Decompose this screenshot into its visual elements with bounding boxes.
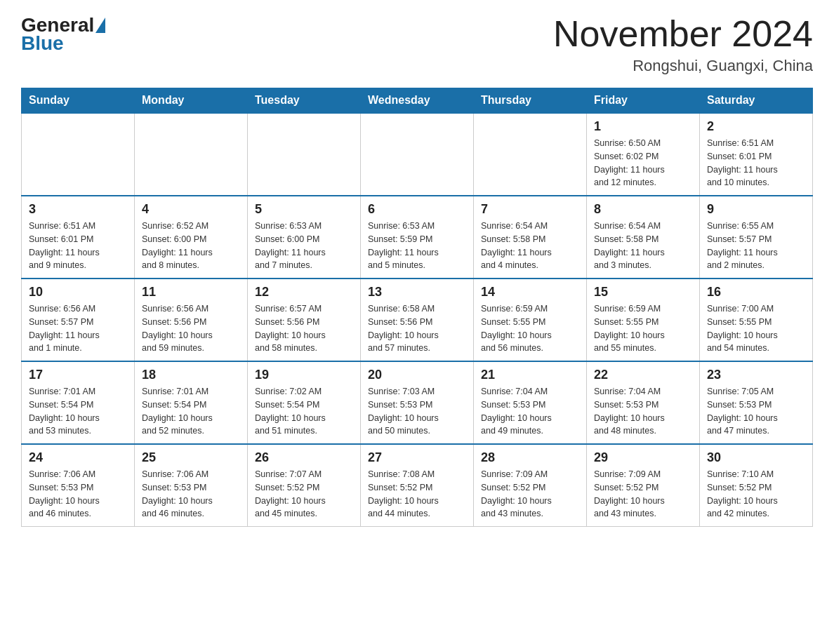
calendar-cell: 23Sunrise: 7:05 AM Sunset: 5:53 PM Dayli… xyxy=(700,361,813,444)
col-header-wednesday: Wednesday xyxy=(361,88,474,114)
day-number: 3 xyxy=(29,202,127,217)
col-header-friday: Friday xyxy=(587,88,700,114)
day-info: Sunrise: 6:54 AM Sunset: 5:58 PM Dayligh… xyxy=(481,220,579,272)
calendar-cell: 18Sunrise: 7:01 AM Sunset: 5:54 PM Dayli… xyxy=(135,361,248,444)
calendar-cell: 29Sunrise: 7:09 AM Sunset: 5:52 PM Dayli… xyxy=(587,444,700,527)
calendar-cell: 26Sunrise: 7:07 AM Sunset: 5:52 PM Dayli… xyxy=(248,444,361,527)
calendar-cell: 13Sunrise: 6:58 AM Sunset: 5:56 PM Dayli… xyxy=(361,279,474,361)
calendar-cell: 3Sunrise: 6:51 AM Sunset: 6:01 PM Daylig… xyxy=(22,196,135,279)
day-number: 21 xyxy=(481,368,579,382)
day-number: 23 xyxy=(707,368,805,382)
day-number: 20 xyxy=(368,368,466,382)
week-row-4: 17Sunrise: 7:01 AM Sunset: 5:54 PM Dayli… xyxy=(22,361,813,444)
calendar-cell: 12Sunrise: 6:57 AM Sunset: 5:56 PM Dayli… xyxy=(248,279,361,361)
day-number: 8 xyxy=(594,202,692,217)
day-number: 29 xyxy=(594,450,692,465)
header-row: SundayMondayTuesdayWednesdayThursdayFrid… xyxy=(22,88,813,114)
calendar-cell: 15Sunrise: 6:59 AM Sunset: 5:55 PM Dayli… xyxy=(587,279,700,361)
calendar-cell: 2Sunrise: 6:51 AM Sunset: 6:01 PM Daylig… xyxy=(700,113,813,196)
day-info: Sunrise: 7:03 AM Sunset: 5:53 PM Dayligh… xyxy=(368,385,466,438)
calendar-cell: 20Sunrise: 7:03 AM Sunset: 5:53 PM Dayli… xyxy=(361,361,474,444)
calendar-cell: 19Sunrise: 7:02 AM Sunset: 5:54 PM Dayli… xyxy=(248,361,361,444)
day-info: Sunrise: 7:01 AM Sunset: 5:54 PM Dayligh… xyxy=(29,385,127,438)
logo-triangle-icon xyxy=(95,18,105,33)
day-number: 14 xyxy=(481,285,579,300)
calendar-cell: 10Sunrise: 6:56 AM Sunset: 5:57 PM Dayli… xyxy=(22,279,135,361)
week-row-2: 3Sunrise: 6:51 AM Sunset: 6:01 PM Daylig… xyxy=(22,196,813,279)
day-info: Sunrise: 7:07 AM Sunset: 5:52 PM Dayligh… xyxy=(255,468,353,521)
day-number: 18 xyxy=(142,368,240,382)
calendar-cell: 24Sunrise: 7:06 AM Sunset: 5:53 PM Dayli… xyxy=(22,444,135,527)
calendar-cell xyxy=(361,113,474,196)
day-info: Sunrise: 7:10 AM Sunset: 5:52 PM Dayligh… xyxy=(707,468,805,521)
day-info: Sunrise: 6:56 AM Sunset: 5:56 PM Dayligh… xyxy=(142,302,240,355)
logo-blue-text: Blue xyxy=(21,32,64,54)
calendar-cell: 4Sunrise: 6:52 AM Sunset: 6:00 PM Daylig… xyxy=(135,196,248,279)
calendar-cell: 6Sunrise: 6:53 AM Sunset: 5:59 PM Daylig… xyxy=(361,196,474,279)
week-row-3: 10Sunrise: 6:56 AM Sunset: 5:57 PM Dayli… xyxy=(22,279,813,361)
day-info: Sunrise: 7:04 AM Sunset: 5:53 PM Dayligh… xyxy=(594,385,692,438)
calendar-cell: 30Sunrise: 7:10 AM Sunset: 5:52 PM Dayli… xyxy=(700,444,813,527)
calendar-cell: 9Sunrise: 6:55 AM Sunset: 5:57 PM Daylig… xyxy=(700,196,813,279)
day-info: Sunrise: 7:04 AM Sunset: 5:53 PM Dayligh… xyxy=(481,385,579,438)
calendar-cell: 14Sunrise: 6:59 AM Sunset: 5:55 PM Dayli… xyxy=(474,279,587,361)
day-number: 10 xyxy=(29,285,127,300)
calendar-cell: 17Sunrise: 7:01 AM Sunset: 5:54 PM Dayli… xyxy=(22,361,135,444)
header: General Blue November 2024 Rongshui, Gua… xyxy=(21,14,813,75)
calendar-subtitle: Rongshui, Guangxi, China xyxy=(553,57,813,75)
day-number: 7 xyxy=(481,202,579,217)
calendar-cell xyxy=(135,113,248,196)
calendar-cell xyxy=(22,113,135,196)
calendar-cell xyxy=(248,113,361,196)
col-header-tuesday: Tuesday xyxy=(248,88,361,114)
calendar-table: SundayMondayTuesdayWednesdayThursdayFrid… xyxy=(21,88,813,527)
logo-area: General Blue xyxy=(21,14,107,55)
col-header-saturday: Saturday xyxy=(700,88,813,114)
day-info: Sunrise: 6:53 AM Sunset: 5:59 PM Dayligh… xyxy=(368,220,466,272)
day-info: Sunrise: 6:55 AM Sunset: 5:57 PM Dayligh… xyxy=(707,220,805,272)
day-number: 4 xyxy=(142,202,240,217)
day-info: Sunrise: 6:51 AM Sunset: 6:01 PM Dayligh… xyxy=(707,137,805,189)
day-number: 16 xyxy=(707,285,805,300)
calendar-cell: 27Sunrise: 7:08 AM Sunset: 5:52 PM Dayli… xyxy=(361,444,474,527)
day-info: Sunrise: 7:06 AM Sunset: 5:53 PM Dayligh… xyxy=(142,468,240,521)
day-info: Sunrise: 7:01 AM Sunset: 5:54 PM Dayligh… xyxy=(142,385,240,438)
calendar-title: November 2024 xyxy=(553,14,813,54)
day-info: Sunrise: 6:52 AM Sunset: 6:00 PM Dayligh… xyxy=(142,220,240,272)
col-header-thursday: Thursday xyxy=(474,88,587,114)
day-number: 11 xyxy=(142,285,240,300)
calendar-cell: 1Sunrise: 6:50 AM Sunset: 6:02 PM Daylig… xyxy=(587,113,700,196)
day-info: Sunrise: 7:09 AM Sunset: 5:52 PM Dayligh… xyxy=(481,468,579,521)
calendar-cell: 25Sunrise: 7:06 AM Sunset: 5:53 PM Dayli… xyxy=(135,444,248,527)
day-info: Sunrise: 7:00 AM Sunset: 5:55 PM Dayligh… xyxy=(707,302,805,355)
calendar-cell: 21Sunrise: 7:04 AM Sunset: 5:53 PM Dayli… xyxy=(474,361,587,444)
day-info: Sunrise: 6:59 AM Sunset: 5:55 PM Dayligh… xyxy=(594,302,692,355)
day-number: 13 xyxy=(368,285,466,300)
calendar-cell: 11Sunrise: 6:56 AM Sunset: 5:56 PM Dayli… xyxy=(135,279,248,361)
col-header-monday: Monday xyxy=(135,88,248,114)
day-number: 15 xyxy=(594,285,692,300)
calendar-cell: 22Sunrise: 7:04 AM Sunset: 5:53 PM Dayli… xyxy=(587,361,700,444)
day-number: 17 xyxy=(29,368,127,382)
day-info: Sunrise: 6:51 AM Sunset: 6:01 PM Dayligh… xyxy=(29,220,127,272)
day-number: 26 xyxy=(255,450,353,465)
day-info: Sunrise: 6:59 AM Sunset: 5:55 PM Dayligh… xyxy=(481,302,579,355)
day-info: Sunrise: 6:54 AM Sunset: 5:58 PM Dayligh… xyxy=(594,220,692,272)
day-number: 1 xyxy=(594,119,692,134)
week-row-5: 24Sunrise: 7:06 AM Sunset: 5:53 PM Dayli… xyxy=(22,444,813,527)
calendar-cell: 16Sunrise: 7:00 AM Sunset: 5:55 PM Dayli… xyxy=(700,279,813,361)
day-number: 12 xyxy=(255,285,353,300)
day-info: Sunrise: 6:56 AM Sunset: 5:57 PM Dayligh… xyxy=(29,302,127,355)
day-info: Sunrise: 7:05 AM Sunset: 5:53 PM Dayligh… xyxy=(707,385,805,438)
title-area: November 2024 Rongshui, Guangxi, China xyxy=(553,14,813,75)
day-number: 9 xyxy=(707,202,805,217)
day-number: 6 xyxy=(368,202,466,217)
calendar-cell: 5Sunrise: 6:53 AM Sunset: 6:00 PM Daylig… xyxy=(248,196,361,279)
day-number: 19 xyxy=(255,368,353,382)
day-number: 24 xyxy=(29,450,127,465)
day-info: Sunrise: 7:08 AM Sunset: 5:52 PM Dayligh… xyxy=(368,468,466,521)
calendar-cell: 7Sunrise: 6:54 AM Sunset: 5:58 PM Daylig… xyxy=(474,196,587,279)
week-row-1: 1Sunrise: 6:50 AM Sunset: 6:02 PM Daylig… xyxy=(22,113,813,196)
day-number: 22 xyxy=(594,368,692,382)
col-header-sunday: Sunday xyxy=(22,88,135,114)
